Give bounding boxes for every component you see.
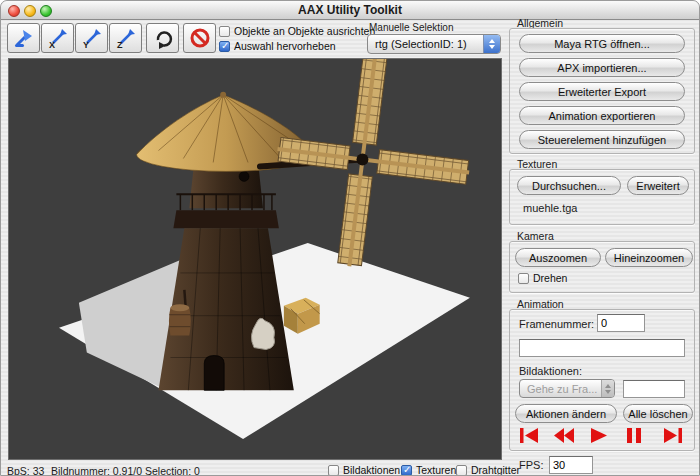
frame-number-label: Framenummer: <box>519 318 594 330</box>
svg-text:Z: Z <box>117 40 123 49</box>
skip-start-button[interactable] <box>517 426 541 446</box>
viewport-3d[interactable] <box>8 58 502 460</box>
x-axis-icon: X <box>47 27 69 49</box>
checkbox-box <box>328 465 339 476</box>
manual-selection-label: Manuelle Selektion <box>369 22 454 33</box>
popup-arrows-icon <box>483 35 500 53</box>
close-button[interactable] <box>8 5 20 17</box>
checkbox-drahtgitter[interactable]: Drahtgitter <box>456 464 520 476</box>
windmill-render <box>9 59 501 459</box>
frame-action-input[interactable] <box>623 380 685 398</box>
popup-arrows-icon <box>601 380 614 397</box>
selection-dropdown-value: rtg (SelectionID: 1) <box>368 38 479 50</box>
rewind-icon <box>552 426 576 446</box>
z-axis-tool-button[interactable]: Z <box>109 23 142 53</box>
minimize-button[interactable] <box>24 5 36 17</box>
checkbox-box <box>219 26 230 37</box>
rewind-button[interactable] <box>552 426 576 446</box>
svg-text:X: X <box>49 40 55 49</box>
rotate-icon <box>152 27 174 49</box>
x-axis-tool-button[interactable]: X <box>41 23 74 53</box>
extended-texture-button[interactable]: Erweitert <box>627 176 689 195</box>
cancel-icon <box>189 27 211 49</box>
frame-number-input[interactable] <box>597 314 645 332</box>
y-axis-icon: Y <box>81 27 103 49</box>
rotate-tool-button[interactable] <box>146 23 179 53</box>
checkbox-box <box>219 41 230 52</box>
pause-icon <box>622 426 646 446</box>
app-window: AAX Utility Toolkit X Y Z <box>0 0 700 476</box>
browse-texture-button[interactable]: Durchsuchen... <box>517 176 621 195</box>
skip-end-button[interactable] <box>661 426 685 446</box>
checkbox-highlight-selection[interactable]: Auswahl hervorheben <box>219 40 336 52</box>
play-icon <box>587 426 611 446</box>
bildaktionen-label: Bildaktionen: <box>519 365 582 377</box>
checkbox-box <box>518 273 529 284</box>
checkbox-label: Bildaktionen <box>343 464 400 476</box>
delete-all-button[interactable]: Alle löschen <box>623 404 693 423</box>
checkbox-rotate-camera[interactable]: Drehen <box>518 272 567 284</box>
checkbox-box <box>456 465 467 476</box>
y-axis-tool-button[interactable]: Y <box>75 23 108 53</box>
add-control-button[interactable]: Steuerelement hinzufügen <box>519 130 685 149</box>
fps-input[interactable] <box>549 456 593 474</box>
checkbox-box <box>401 465 412 476</box>
zoom-out-button[interactable]: Auszoomen <box>515 248 601 267</box>
checkbox-texturen[interactable]: Texturen <box>401 464 456 476</box>
selection-dropdown[interactable]: rtg (SelectionID: 1) <box>367 34 501 54</box>
window-title: AAX Utility Toolkit <box>298 3 402 17</box>
checkbox-align-objects[interactable]: Objekte an Objekte ausrichten <box>219 25 375 37</box>
checkbox-label: Drahtgitter <box>471 464 520 476</box>
checkbox-label: Objekte an Objekte ausrichten <box>234 25 375 37</box>
skip-end-icon <box>661 426 685 446</box>
status-info: Bildnummer: 0.91/0 Selection: 0 <box>51 465 200 476</box>
light-tool-button[interactable] <box>7 23 40 53</box>
skip-start-icon <box>517 426 541 446</box>
zoom-button[interactable] <box>40 5 52 17</box>
maya-rtg-open-button[interactable]: Maya RTG öffnen... <box>519 34 685 53</box>
frame-action-dropdown: Gehe zu Fra... <box>519 379 615 398</box>
checkbox-label: Texturen <box>416 464 456 476</box>
checkbox-bildaktionen[interactable]: Bildaktionen <box>328 464 400 476</box>
status-bps: BpS: 33 <box>7 465 44 476</box>
fps-label: FPS: <box>519 459 543 471</box>
change-actions-button[interactable]: Aktionen ändern <box>515 404 617 423</box>
svg-text:Y: Y <box>83 40 89 49</box>
apx-import-button[interactable]: APX importieren... <box>519 58 685 77</box>
export-animation-button[interactable]: Animation exportieren <box>519 106 685 125</box>
light-tool-icon <box>13 27 35 49</box>
checkbox-label: Drehen <box>533 272 567 284</box>
checkbox-label: Auswahl hervorheben <box>234 40 336 52</box>
play-button[interactable] <box>587 426 611 446</box>
texture-filename: muehle.tga <box>523 202 577 214</box>
cancel-tool-button[interactable] <box>183 23 216 53</box>
z-axis-icon: Z <box>115 27 137 49</box>
zoom-in-button[interactable]: Hineinzoomen <box>605 248 693 267</box>
pause-button[interactable] <box>622 426 646 446</box>
title-bar: AAX Utility Toolkit <box>1 1 699 20</box>
frame-text-input[interactable] <box>519 339 685 357</box>
frame-action-dropdown-value: Gehe zu Fra... <box>520 383 597 395</box>
extended-export-button[interactable]: Erweiterter Export <box>519 82 685 101</box>
